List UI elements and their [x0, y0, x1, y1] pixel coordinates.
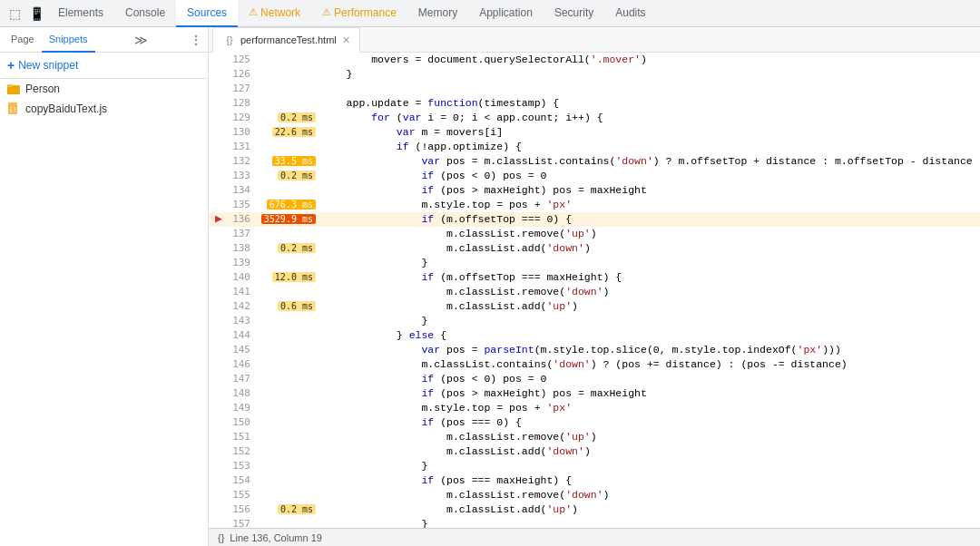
plus-icon: +: [7, 58, 15, 73]
code-line[interactable]: 134 if (pos > maxHeight) pos = maxHeight: [209, 183, 980, 198]
device-icon[interactable]: 📱: [25, 3, 47, 24]
snippet-item-person[interactable]: Person: [0, 79, 208, 99]
code-editor[interactable]: 125 movers = document.querySelectorAll('…: [209, 53, 980, 528]
line-code: var m = movers[i]: [321, 125, 980, 140]
line-number: 135: [229, 198, 256, 212]
line-number: 155: [229, 488, 256, 502]
snippet-item-copyBaiduText[interactable]: {} copyBaiduText.js: [0, 99, 208, 119]
line-timing: 0.6 ms: [256, 299, 321, 314]
tab-security[interactable]: Security: [544, 0, 604, 27]
line-timing: 0.2 ms: [256, 502, 321, 517]
line-code: m.classList.remove('down'): [321, 488, 980, 502]
tab-sources[interactable]: Sources: [176, 0, 238, 27]
tab-console[interactable]: Console: [114, 0, 176, 27]
new-snippet-label: New snippet: [18, 59, 78, 72]
inspect-icon[interactable]: ⬚: [4, 3, 25, 24]
code-line[interactable]: ▶1363529.9 ms if (m.offsetTop === 0) {: [209, 212, 980, 227]
code-line[interactable]: 137 m.classList.remove('up'): [209, 227, 980, 241]
line-code: if (pos === 0) {: [321, 415, 980, 430]
line-code: m.style.top = pos + 'px': [321, 198, 980, 212]
line-code: if (pos > maxHeight) pos = maxHeight: [321, 386, 980, 401]
code-line[interactable]: 1330.2 ms if (pos < 0) pos = 0: [209, 169, 980, 183]
line-code: if (pos < 0) pos = 0: [321, 169, 980, 183]
timing-badge: 0.2 ms: [278, 504, 316, 514]
code-line[interactable]: 139 }: [209, 256, 980, 270]
code-line[interactable]: 147 if (pos < 0) pos = 0: [209, 372, 980, 386]
code-line[interactable]: 131 if (!app.optimize) {: [209, 140, 980, 154]
timing-badge: 33.5 ms: [272, 156, 316, 166]
arrow-indicator: ▶: [209, 212, 229, 227]
code-line[interactable]: 125 movers = document.querySelectorAll('…: [209, 53, 980, 67]
code-line[interactable]: 1420.6 ms m.classList.add('up'): [209, 299, 980, 314]
code-line[interactable]: 153 }: [209, 459, 980, 473]
tab-elements[interactable]: Elements: [47, 0, 114, 27]
code-line[interactable]: 157 }: [209, 517, 980, 528]
line-timing: 3529.9 ms: [256, 212, 321, 227]
tab-audits[interactable]: Audits: [604, 0, 656, 27]
sidebar-tab-page[interactable]: Page: [4, 27, 42, 53]
sidebar-options: ⋮: [188, 31, 204, 49]
code-line[interactable]: 148 if (pos > maxHeight) pos = maxHeight: [209, 386, 980, 401]
line-code: m.classList.add('down'): [321, 444, 980, 459]
code-line[interactable]: 155 m.classList.remove('down'): [209, 488, 980, 502]
code-line[interactable]: 128 app.update = function(timestamp) {: [209, 96, 980, 111]
code-line[interactable]: 145 var pos = parseInt(m.style.top.slice…: [209, 343, 980, 357]
new-snippet-button[interactable]: + New snippet: [0, 53, 208, 79]
line-number: 126: [229, 67, 256, 82]
code-line[interactable]: 13022.6 ms var m = movers[i]: [209, 125, 980, 140]
timing-badge: 0.2 ms: [278, 243, 316, 253]
sidebar-menu-icon[interactable]: ⋮: [188, 31, 204, 49]
tab-performance[interactable]: ⚠Performance: [311, 0, 407, 27]
line-code: }: [321, 256, 980, 270]
timing-badge: 0.2 ms: [278, 112, 316, 122]
line-number: 148: [229, 386, 256, 401]
code-line[interactable]: 144 } else {: [209, 328, 980, 343]
line-number: 139: [229, 256, 256, 270]
line-number: 152: [229, 444, 256, 459]
code-line[interactable]: 1560.2 ms m.classList.add('up'): [209, 502, 980, 517]
sidebar-tab-snippets[interactable]: Snippets: [42, 27, 95, 53]
file-tab-icon: {}: [222, 33, 237, 47]
line-code: m.classList.add('up'): [321, 502, 980, 517]
file-tab-performanceTest[interactable]: {} performanceTest.html ✕: [212, 27, 360, 53]
line-code: }: [321, 459, 980, 473]
line-code: m.classList.remove('up'): [321, 430, 980, 444]
line-code: if (!app.optimize) {: [321, 140, 980, 154]
code-line[interactable]: 154 if (pos === maxHeight) {: [209, 473, 980, 488]
code-line[interactable]: 146 m.classList.contains('down') ? (pos …: [209, 357, 980, 372]
sidebar-more-icon[interactable]: ≫: [131, 33, 152, 47]
code-line[interactable]: 1290.2 ms for (var i = 0; i < app.count;…: [209, 111, 980, 125]
line-code: m.classList.remove('down'): [321, 285, 980, 299]
timing-badge: 3529.9 ms: [261, 214, 316, 224]
line-number: 138: [229, 241, 256, 256]
code-line[interactable]: 127: [209, 82, 980, 96]
file-tab-name: performanceTest.html: [240, 34, 337, 45]
line-number: 157: [229, 517, 256, 528]
line-number: 142: [229, 299, 256, 314]
line-timing: 12.0 ms: [256, 270, 321, 285]
code-line[interactable]: 152 m.classList.add('down'): [209, 444, 980, 459]
line-number: 154: [229, 473, 256, 488]
file-tab-close[interactable]: ✕: [342, 34, 350, 46]
file-tab-bar: {} performanceTest.html ✕: [209, 27, 980, 53]
line-code: m.classList.add('up'): [321, 299, 980, 314]
tab-network[interactable]: ⚠Network: [238, 0, 311, 27]
code-line[interactable]: 13233.5 ms var pos = m.classList.contain…: [209, 154, 980, 169]
code-line[interactable]: 150 if (pos === 0) {: [209, 415, 980, 430]
line-number: 145: [229, 343, 256, 357]
code-line[interactable]: 135676.3 ms m.style.top = pos + 'px': [209, 198, 980, 212]
main-layout: Page Snippets ≫ ⋮ + New snippet Person: [0, 27, 980, 546]
code-line[interactable]: 151 m.classList.remove('up'): [209, 430, 980, 444]
tab-application[interactable]: Application: [468, 0, 544, 27]
line-code: if (m.offsetTop === maxHeight) {: [321, 270, 980, 285]
code-line[interactable]: 1380.2 ms m.classList.add('down'): [209, 241, 980, 256]
code-line[interactable]: 143 }: [209, 314, 980, 328]
code-line[interactable]: 149 m.style.top = pos + 'px': [209, 401, 980, 415]
tab-memory[interactable]: Memory: [407, 0, 468, 27]
timing-badge: 22.6 ms: [272, 127, 316, 137]
code-line[interactable]: 14012.0 ms if (m.offsetTop === maxHeight…: [209, 270, 980, 285]
line-number: 153: [229, 459, 256, 473]
code-line[interactable]: 141 m.classList.remove('down'): [209, 285, 980, 299]
code-line[interactable]: 126 }: [209, 67, 980, 82]
line-number: 147: [229, 372, 256, 386]
